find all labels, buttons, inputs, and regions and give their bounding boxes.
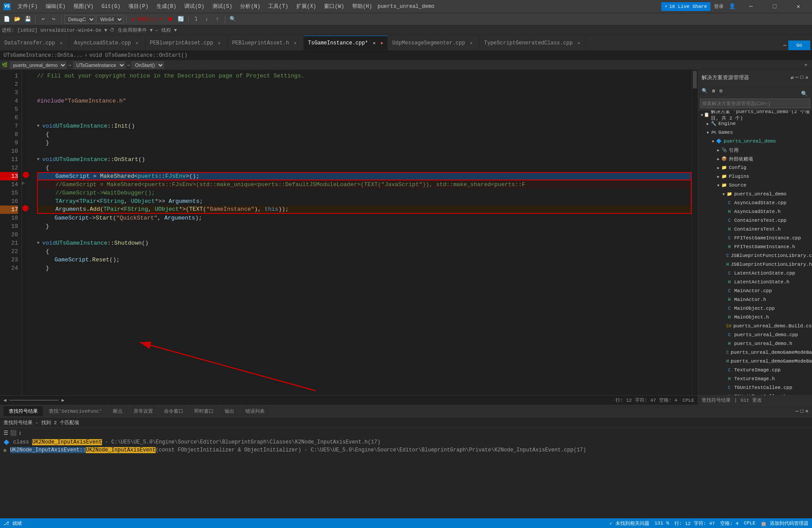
menu-test[interactable]: 测试(S) bbox=[209, 2, 236, 11]
code-editor[interactable]: 1 2 3 4 5 6 7 8 9 10 11 bbox=[0, 70, 698, 395]
tree-external-deps[interactable]: ▶ 📦 外部依赖项 bbox=[698, 154, 812, 163]
tab-close-udpmessage[interactable]: ✕ bbox=[468, 40, 475, 47]
vertical-scrollbar[interactable] bbox=[692, 70, 698, 395]
sync-btn[interactable]: ⇄ bbox=[790, 74, 794, 81]
tab-asyncloadstate[interactable]: AsyncLoadState.cpp ✕ bbox=[69, 36, 146, 50]
debug-config-dropdown[interactable]: DebugC bbox=[64, 15, 95, 24]
menu-git[interactable]: Git(G) bbox=[98, 3, 124, 11]
open-btn[interactable]: 📂 bbox=[12, 15, 22, 24]
tree-latent-cpp[interactable]: C LatentActionState.cpp bbox=[698, 269, 812, 278]
redo-btn[interactable]: ↪ bbox=[49, 15, 58, 24]
step-out-btn[interactable]: ↑ bbox=[212, 15, 222, 24]
code-content[interactable]: // Fill out your copyright notice in the… bbox=[30, 70, 692, 395]
undo-btn[interactable]: ↩ bbox=[38, 15, 48, 24]
find-toolbar-btn1[interactable]: ☰ bbox=[4, 430, 8, 436]
menu-window[interactable]: 窗口(W) bbox=[320, 2, 348, 11]
menu-build[interactable]: 生成(B) bbox=[153, 2, 180, 11]
menu-help[interactable]: 帮助(H) bbox=[349, 2, 376, 11]
tab-close-typescriptgenerated[interactable]: ✕ bbox=[575, 40, 583, 47]
tree-gamemode2[interactable]: H puerts_unreal_demoGameModeBa... bbox=[698, 357, 812, 366]
process-info[interactable]: 进程: [18532] UnrealEditor-Win64-De ▼ ⏱ 生命… bbox=[2, 27, 177, 33]
panel-collapse-btn[interactable]: ─ bbox=[795, 74, 798, 81]
tree-tgunit-cpp[interactable]: C TGUnitTestCallee.cpp bbox=[698, 383, 812, 392]
continue-btn[interactable]: ▶ 继续(C) ▼ bbox=[129, 15, 164, 24]
tree-jsbplib-cpp[interactable]: C JSBlueprintFunctionLibrary.cpp bbox=[698, 251, 812, 260]
fold-7[interactable]: ▼ bbox=[37, 122, 42, 130]
close-button[interactable]: ✕ bbox=[788, 0, 808, 13]
user-login[interactable]: 登录 bbox=[714, 3, 724, 10]
tab-udpmessage[interactable]: UdpMessageSegmenter.cpp ✕ bbox=[388, 36, 480, 50]
bottom-panel-close[interactable]: ✕ bbox=[805, 408, 808, 414]
tab-close-datatransfer[interactable]: ✕ bbox=[58, 40, 65, 47]
tree-demo-h[interactable]: H puerts_unreal_demo.h bbox=[698, 339, 812, 348]
se-search-btn[interactable]: 🔍 bbox=[700, 87, 710, 95]
find-result-1[interactable]: 🔷 class UK2Node_InputAxisEvent - C:\UE5\… bbox=[4, 438, 808, 446]
minimize-button[interactable]: ─ bbox=[741, 0, 761, 13]
tree-ffitest-h[interactable]: H FFITestGameInstance.h bbox=[698, 242, 812, 251]
tree-latent-h[interactable]: H LatentActionState.h bbox=[698, 278, 812, 286]
tab-errors[interactable]: 错误列表 bbox=[240, 406, 270, 416]
method-nav-select[interactable]: OnStart() bbox=[131, 61, 164, 69]
tab-close-tsgameinstance[interactable]: ✕ bbox=[371, 40, 378, 47]
menu-analyze[interactable]: 分析(N) bbox=[237, 2, 264, 11]
project-nav-select[interactable]: puerts_unreal_demo bbox=[10, 61, 66, 69]
menu-tools[interactable]: 工具(T) bbox=[265, 2, 292, 11]
tree-jsbplib-h[interactable]: H JSBlueprintFunctionLibrary.h bbox=[698, 260, 812, 269]
tree-source[interactable]: ▼ 📁 Source bbox=[698, 181, 812, 190]
tab-peblueprintasset-cpp[interactable]: PEBlueprintAsset.cpp ✕ bbox=[146, 36, 228, 50]
zoom-level[interactable]: 131 % bbox=[655, 521, 669, 526]
tab-breakpoints[interactable]: 断点 bbox=[108, 406, 128, 416]
menu-view[interactable]: 视图(V) bbox=[70, 2, 97, 11]
tree-texture-cpp[interactable]: C TextureImage.cpp bbox=[698, 366, 812, 374]
tree-refs[interactable]: ▶ 📎 引用 bbox=[698, 146, 812, 154]
find-result-2[interactable]: ⊙ UK2Node_InputAxisEvent::UK2Node_InputA… bbox=[4, 446, 808, 454]
tab-close-peblueprintasset-cpp[interactable]: ✕ bbox=[216, 40, 223, 47]
tab-peblueprintasset-h[interactable]: PEBlueprintAsset.h ✕ bbox=[228, 36, 304, 50]
tree-source-project[interactable]: ▼ 📁 puerts_unreal_demo bbox=[698, 190, 812, 198]
tree-asyncloadstate-cpp[interactable]: C AsyncLoadState.cpp bbox=[698, 198, 812, 207]
tree-demo-cpp[interactable]: C puerts_unreal_demo.cpp bbox=[698, 330, 812, 339]
maximize-button[interactable]: □ bbox=[765, 0, 785, 13]
tree-config[interactable]: ▶ 📁 Config bbox=[698, 163, 812, 172]
menu-project[interactable]: 项目(P) bbox=[125, 2, 152, 11]
tree-mainactor-cpp[interactable]: C MainActor.cpp bbox=[698, 286, 812, 295]
tab-exceptions[interactable]: 异常设置 bbox=[128, 406, 159, 416]
se-filter-btn[interactable]: ⊞ bbox=[710, 87, 717, 95]
platform-dropdown[interactable]: Win64 bbox=[96, 15, 124, 24]
tree-plugins[interactable]: ▶ 📁 Plugins bbox=[698, 172, 812, 181]
class-nav-select[interactable]: UTsGameInstance bbox=[73, 61, 125, 69]
tab-list-btn[interactable]: ⋯ bbox=[783, 42, 787, 49]
save-btn[interactable]: 💾 bbox=[23, 15, 33, 24]
git-status[interactable]: ⎇ 就绪 bbox=[4, 520, 22, 527]
bottom-panel-maximize[interactable]: □ bbox=[801, 408, 804, 414]
go-button[interactable]: Go bbox=[788, 40, 810, 50]
restart-btn[interactable]: 🔄 bbox=[176, 15, 186, 24]
se-status-right[interactable]: Git 更改 bbox=[741, 397, 762, 403]
fold-21[interactable]: ▼ bbox=[37, 239, 42, 247]
new-file-btn[interactable]: 📄 bbox=[2, 15, 11, 24]
breadcrumb-part2[interactable]: void UTsGameInstance::OnStart() bbox=[89, 52, 187, 59]
user-icon[interactable]: 👤 bbox=[727, 3, 737, 10]
scrollbar-thumb[interactable] bbox=[693, 71, 697, 88]
panel-expand-btn[interactable]: □ bbox=[801, 74, 804, 81]
tree-texture-h[interactable]: H TextureImage.h bbox=[698, 374, 812, 383]
tree-ffitest-cpp[interactable]: C FFITestGameInstance.cpp bbox=[698, 234, 812, 242]
tab-datatransfer[interactable]: DataTransfer.cpp ✕ bbox=[0, 36, 69, 50]
search-btn[interactable]: 🔍 bbox=[228, 15, 237, 24]
step-into-btn[interactable]: ↓ bbox=[202, 15, 211, 24]
se-search-input[interactable] bbox=[700, 99, 810, 108]
tab-command[interactable]: 命令窗口 bbox=[159, 406, 189, 416]
tree-mainobject-cpp[interactable]: C MainObject.cpp bbox=[698, 304, 812, 313]
menu-edit[interactable]: 编辑(E) bbox=[42, 2, 69, 11]
bottom-panel-minimize[interactable]: ─ bbox=[795, 408, 798, 414]
tree-gamemode1[interactable]: C puerts_unreal_demoGameModeBa... bbox=[698, 348, 812, 357]
step-over-btn[interactable]: ⤵ bbox=[191, 15, 201, 24]
tree-games[interactable]: ▼ 🎮 Games bbox=[698, 128, 812, 137]
panel-close-btn[interactable]: ✕ bbox=[805, 74, 808, 81]
find-toolbar-btn3[interactable]: ↕ bbox=[18, 430, 22, 436]
tree-build-cs[interactable]: C# puerts_unreal_demo.Build.cs bbox=[698, 322, 812, 330]
solution-root[interactable]: ▼ 📋 解决方案 'puerts_unreal_demo'(2 个项目, 共 2… bbox=[698, 110, 812, 119]
se-collapse-btn[interactable]: ⊟ bbox=[718, 87, 725, 95]
tab-output[interactable]: 输出 bbox=[219, 406, 240, 416]
menu-debug[interactable]: 调试(D) bbox=[181, 2, 208, 11]
